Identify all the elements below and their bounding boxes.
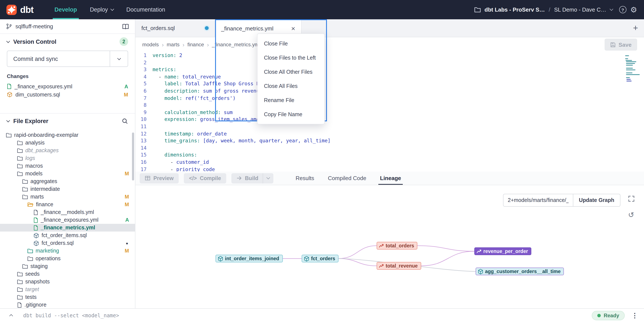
help-icon[interactable]: ? — [619, 6, 626, 13]
tree-item-target[interactable]: target — [0, 285, 135, 293]
breadcrumb-separator: › — [182, 41, 184, 48]
tree-item-models[interactable]: modelsM — [0, 170, 135, 177]
compile-button[interactable]: </> Compile — [184, 173, 226, 183]
minimap-line — [627, 79, 631, 80]
update-graph-button[interactable]: Update Graph — [573, 194, 620, 207]
folder-icon — [17, 156, 23, 161]
context-menu-item-copy-file-name[interactable]: Copy File Name — [258, 107, 324, 121]
minimap-line — [625, 66, 642, 67]
sidebar-scrollbar[interactable] — [132, 133, 134, 180]
minimap-line — [626, 73, 632, 74]
cube-icon — [218, 256, 223, 261]
folder-icon — [17, 171, 23, 176]
tree-item--gitignore[interactable]: .gitignore — [0, 301, 135, 308]
folder-icon — [6, 133, 12, 138]
context-menu-item-close-file[interactable]: Close File — [258, 37, 324, 51]
nav-item-develop[interactable]: Develop — [48, 0, 83, 19]
tree-item--finance-exposures-yml[interactable]: _finance_exposures.ymlA — [0, 216, 135, 224]
context-menu-item-close-all-other-files[interactable]: Close All Other Files — [258, 65, 324, 79]
folder-icon — [17, 279, 23, 284]
tree-item-snapshots[interactable]: snapshots — [0, 278, 135, 285]
breadcrumb-item[interactable]: finance — [188, 42, 204, 48]
close-tab-icon[interactable]: × — [291, 25, 295, 32]
minimap-line — [625, 71, 642, 72]
account-name[interactable]: dbt Labs - ProServ S… — [484, 7, 545, 13]
command-input[interactable]: dbt build --select <model_name> — [23, 312, 119, 318]
tree-item-finance[interactable]: financeM — [0, 201, 135, 208]
code-line: 1version: 2 — [136, 52, 624, 59]
breadcrumb-item[interactable]: _finance_metrics.yml — [212, 42, 260, 48]
file-explorer-header[interactable]: File Explorer — [0, 113, 135, 129]
lineage-node-agg_customer_orders__all_time[interactable]: agg_customer_orders__all_time — [476, 267, 564, 275]
fullscreen-icon[interactable] — [626, 193, 637, 204]
lineage-node-total_orders[interactable]: total_orders — [377, 242, 418, 249]
tab-results[interactable]: Results — [289, 171, 321, 185]
commit-and-sync-button[interactable]: Commit and sync — [7, 51, 128, 67]
nav-item-deploy[interactable]: Deploy — [83, 0, 120, 19]
tree-item-seeds[interactable]: seeds — [0, 270, 135, 278]
tree-item-marts[interactable]: martsM — [0, 193, 135, 201]
tree-item-macros[interactable]: macros — [0, 162, 135, 170]
tree-item-fct-orders-sql[interactable]: fct_orders.sql• — [0, 239, 135, 247]
tree-item--finance-metrics-yml[interactable]: _finance_metrics.yml — [0, 224, 135, 231]
tree-item-tests[interactable]: tests — [0, 293, 135, 301]
primary-nav: Develop Deploy Documentation — [48, 0, 172, 19]
tree-item-analysis[interactable]: analysis — [0, 139, 135, 147]
tree-item-marketing[interactable]: marketingM — [0, 247, 135, 255]
project-selector[interactable]: SL Demo - Dave C… — [554, 7, 606, 13]
lineage-node-revenue_per_order[interactable]: revenue_per_order — [474, 247, 531, 255]
reset-view-icon[interactable]: ↺ — [626, 209, 637, 220]
tree-item-dbt-packages[interactable]: dbt_packages — [0, 147, 135, 154]
context-menu-item-close-all-files[interactable]: Close All Files — [258, 79, 324, 93]
commit-dropdown-button[interactable] — [110, 51, 128, 67]
chevron-down-icon[interactable] — [610, 7, 613, 11]
chart-icon — [379, 243, 384, 248]
tab-lineage[interactable]: Lineage — [373, 171, 408, 185]
new-tab-button[interactable]: + — [633, 23, 638, 33]
code-line: 12 timestamp: order_date — [136, 130, 624, 137]
settings-gear-icon[interactable]: ⚙ — [630, 6, 637, 14]
version-control-header[interactable]: Version Control 2 — [0, 34, 135, 49]
nav-item-documentation[interactable]: Documentation — [120, 0, 172, 19]
tree-item-staging[interactable]: staging — [0, 262, 135, 270]
save-button[interactable]: Save — [604, 39, 637, 51]
code-line: 3metrics: — [136, 66, 624, 73]
tree-item-operations[interactable]: operations — [0, 255, 135, 262]
tree-item--finance-models-yml[interactable]: _finance__models.yml — [0, 208, 135, 216]
changes-count-badge: 2 — [120, 37, 128, 46]
lineage-canvas[interactable]: int_order_items_joinedfct_orderstotal_or… — [136, 185, 644, 308]
changed-file[interactable]: _finance_exposures.ymlA — [0, 82, 135, 91]
minimap[interactable] — [625, 55, 642, 82]
dbt-logo-icon[interactable] — [6, 4, 17, 15]
changed-file[interactable]: dim_customers.sqlM — [0, 91, 135, 99]
build-dropdown-button[interactable] — [263, 177, 273, 179]
folder-open-icon — [28, 202, 34, 207]
lineage-selector-input[interactable] — [503, 194, 573, 207]
code-editor[interactable]: 1version: 223metrics:4 - name: total_rev… — [136, 52, 624, 171]
lineage-node-fct_orders[interactable]: fct_orders — [302, 255, 339, 262]
tree-item-rapid-onboarding-exemplar[interactable]: rapid-onboarding-exemplar — [0, 131, 135, 139]
expand-panel-chevron-icon[interactable] — [6, 313, 16, 317]
context-menu-item-rename-file[interactable]: Rename File — [258, 93, 324, 107]
tree-item-intermediate[interactable]: intermediate — [0, 185, 135, 193]
lineage-node-int_order_items_joined[interactable]: int_order_items_joined — [216, 255, 282, 262]
lineage-node-total_revenue[interactable]: total_revenue — [377, 262, 421, 270]
tree-item-logs[interactable]: logs — [0, 154, 135, 162]
preview-button[interactable]: Preview — [140, 173, 179, 183]
git-branch-icon — [6, 23, 12, 30]
context-menu-item-close-files-to-the-left[interactable]: Close Files to the Left — [258, 51, 324, 65]
cube-icon — [478, 269, 483, 274]
breadcrumb: models›marts›finance›_finance_metrics.ym… — [142, 41, 260, 48]
cube-icon — [34, 240, 39, 246]
tab-fct-orders-sql[interactable]: fct_orders.sql — [136, 19, 215, 37]
tree-item-aggregates[interactable]: aggregates — [0, 177, 135, 185]
breadcrumb-item[interactable]: marts — [167, 42, 180, 48]
build-button[interactable]: Build — [231, 175, 263, 181]
docs-book-icon[interactable] — [122, 23, 129, 29]
tab-compiled-code[interactable]: Compiled Code — [321, 171, 373, 185]
code-line: 15 dimensions: — [136, 152, 624, 159]
tree-item-fct-order-items-sql[interactable]: fct_order_items.sql — [0, 231, 135, 239]
search-icon[interactable] — [122, 118, 128, 124]
kebab-menu-icon[interactable]: ⋮ — [632, 311, 638, 319]
breadcrumb-item[interactable]: models — [142, 42, 159, 48]
